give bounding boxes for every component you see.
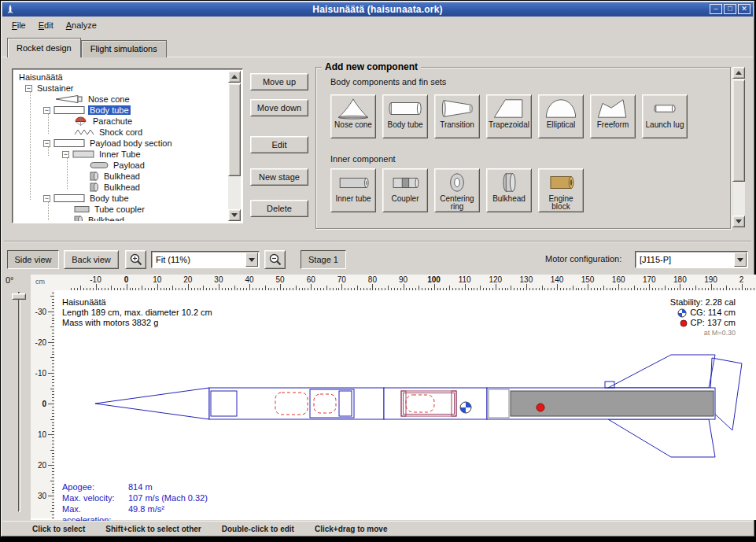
add-centering-ring-button[interactable]: Centering ring <box>434 168 480 212</box>
ruler-tick <box>404 284 404 290</box>
ruler-tick <box>127 284 127 290</box>
chevron-down-icon[interactable] <box>245 253 258 267</box>
ruler-label: 130 <box>520 275 533 284</box>
add-engine-block-button[interactable]: Engine block <box>538 168 584 212</box>
add-launch-lug-button[interactable]: Launch lug <box>642 94 688 138</box>
component-tree-panel: Haisunäätä Sustainer Nose cone Body tube… <box>12 68 243 223</box>
zoom-out-button[interactable] <box>264 250 286 269</box>
rocket-dimensions: Length 189 cm, max. diameter 10.2 cm <box>62 308 212 318</box>
stage-1-toggle[interactable]: Stage 1 <box>301 250 346 269</box>
zoom-level-select[interactable]: Fit (11%) <box>151 251 260 268</box>
ruler-tick <box>48 312 54 312</box>
tree-item[interactable]: Shock cord <box>14 127 228 138</box>
tree-item[interactable]: Nose cone <box>14 94 228 105</box>
back-view-button[interactable]: Back view <box>64 250 119 269</box>
collapse-handle-icon[interactable] <box>62 151 69 158</box>
add-coupler-button[interactable]: Coupler <box>382 168 428 212</box>
scrollbar-thumb[interactable] <box>732 79 745 182</box>
cg-marker <box>460 402 471 413</box>
chevron-down-icon[interactable] <box>734 253 747 267</box>
edit-button[interactable]: Edit <box>250 136 308 153</box>
rotation-slider-thumb[interactable] <box>12 293 26 300</box>
scroll-up-icon[interactable] <box>228 71 241 83</box>
ruler-tick <box>557 284 558 290</box>
ruler-label: 60 <box>307 275 315 284</box>
maximize-button[interactable]: □ <box>724 4 736 14</box>
ruler-tick <box>434 284 435 290</box>
tree-item[interactable]: Parachute <box>14 116 228 127</box>
ruler-label: -20 <box>35 337 46 346</box>
cp-value: CP: 137 cm <box>691 318 736 328</box>
move-down-button[interactable]: Move down <box>250 99 308 116</box>
tree-item[interactable]: Bulkhead <box>14 182 228 193</box>
ruler-label: 50 <box>276 275 285 284</box>
collapse-handle-icon[interactable] <box>43 195 50 202</box>
component-scrollbar[interactable] <box>732 67 745 227</box>
shock-cord-icon <box>74 127 94 137</box>
ruler-tick <box>48 373 54 374</box>
ruler-tick <box>48 404 54 404</box>
parachute-icon <box>74 116 88 126</box>
tree-item[interactable]: Body tube <box>14 193 228 204</box>
titlebar[interactable]: Haisunäätä (haisunaata.ork) – □ ✕ <box>2 2 753 17</box>
menu-analyze[interactable]: Analyze <box>60 18 103 32</box>
tree-item[interactable]: Inner Tube <box>14 149 228 160</box>
ruler-tick <box>48 342 54 343</box>
collapse-handle-icon[interactable] <box>43 107 50 114</box>
component-tree[interactable]: Haisunäätä Sustainer Nose cone Body tube… <box>14 71 228 221</box>
add-trapezoidal-fin-button[interactable]: Trapezoidal <box>486 94 532 138</box>
ruler-label: 30 <box>38 492 46 500</box>
menu-file[interactable]: File <box>6 18 32 32</box>
add-body-tube-button[interactable]: Body tube <box>382 94 428 138</box>
ruler-label: 20 <box>183 275 192 284</box>
add-inner-tube-button[interactable]: Inner tube <box>330 168 376 212</box>
scroll-up-icon[interactable] <box>732 67 745 79</box>
fin-upper <box>608 355 715 388</box>
bulkhead-icon <box>90 183 99 192</box>
tab-flight-simulations[interactable]: Flight simulations <box>81 40 167 57</box>
menu-edit[interactable]: Edit <box>32 18 60 32</box>
tree-item[interactable]: Bulkhead <box>14 215 228 221</box>
minimize-button[interactable]: – <box>710 4 722 14</box>
section-label-inner: Inner component <box>330 154 396 164</box>
rocket-info: Haisunäätä Length 189 cm, max. diameter … <box>62 297 212 328</box>
screen: Haisunäätä (haisunaata.ork) – □ ✕ File E… <box>0 0 756 542</box>
cg-icon <box>677 308 687 318</box>
tree-item[interactable]: Payload body section <box>14 138 228 149</box>
add-nose-cone-button[interactable]: Nose cone <box>330 94 376 138</box>
tab-rocket-design[interactable]: Rocket design <box>7 38 81 57</box>
tree-item[interactable]: Bulkhead <box>14 171 228 182</box>
rotation-slider[interactable] <box>18 292 20 512</box>
new-stage-button[interactable]: New stage <box>250 168 308 186</box>
collapse-handle-icon[interactable] <box>43 140 50 147</box>
close-button[interactable]: ✕ <box>738 4 750 14</box>
add-bulkhead-button[interactable]: Bulkhead <box>486 168 532 212</box>
motor-config-select[interactable]: [J115-P] <box>635 251 748 268</box>
launch-lug-icon <box>647 98 683 120</box>
collapse-handle-icon[interactable] <box>25 85 32 92</box>
body-tube-icon <box>53 105 85 115</box>
tree-item[interactable]: Payload <box>14 160 228 171</box>
tree-item[interactable]: Tube coupler <box>14 204 228 215</box>
add-freeform-fin-button[interactable]: Freeform <box>590 94 636 138</box>
side-view-button[interactable]: Side view <box>7 250 59 269</box>
ruler-tick <box>48 496 54 496</box>
ruler-tick <box>48 434 54 435</box>
scroll-down-icon[interactable] <box>732 216 745 227</box>
ruler-tick <box>465 284 466 290</box>
scrollbar-thumb[interactable] <box>228 83 241 176</box>
panel-divider[interactable] <box>4 241 751 242</box>
tree-scrollbar[interactable] <box>228 71 241 221</box>
delete-button[interactable]: Delete <box>250 200 308 217</box>
tree-item[interactable]: Sustainer <box>14 83 228 94</box>
tree-item[interactable]: Body tube <box>14 105 228 116</box>
statusbar: Click to select Shift+click to select ot… <box>2 521 753 536</box>
scroll-down-icon[interactable] <box>228 209 241 221</box>
hint-click-select: Click to select <box>32 525 85 533</box>
move-up-button[interactable]: Move up <box>250 73 308 90</box>
tree-item[interactable]: Haisunäätä <box>14 72 228 83</box>
add-transition-button[interactable]: Transition <box>434 94 480 138</box>
add-elliptical-fin-button[interactable]: Elliptical <box>538 94 584 138</box>
zoom-in-button[interactable] <box>125 250 146 269</box>
body-tube-outline <box>209 388 384 419</box>
